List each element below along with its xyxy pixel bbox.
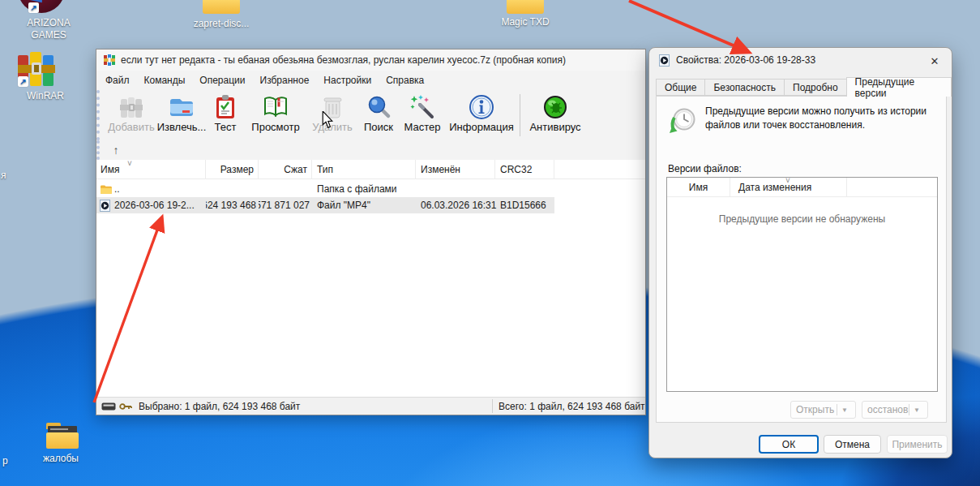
previous-versions-tabpage: Предыдущие версии можно получить из исто… — [656, 96, 947, 423]
desktop-icon-zapret-disc[interactable]: zapret-disc... — [185, 0, 258, 30]
winrar-statusbar: Выбрано: 1 файл, 624 193 468 байт Всего:… — [96, 397, 645, 415]
test-clipboard-icon — [212, 94, 238, 120]
extract-folder-icon — [169, 94, 195, 120]
file-type: Файл "MP4" — [317, 197, 414, 213]
previous-versions-info-text: Предыдущие версии можно получить из исто… — [705, 105, 940, 132]
desktop-icon-winrar[interactable]: ↗ WinRAR — [8, 52, 83, 102]
toolbar-antivirus-button[interactable]: Антивирус — [524, 92, 587, 133]
tab-previous-versions[interactable]: Предыдущие версии — [846, 77, 952, 97]
toolbar-info-button[interactable]: Информация — [445, 92, 518, 133]
column-header-modified[interactable]: Изменён — [416, 160, 495, 179]
info-icon — [469, 94, 494, 120]
key-icon — [119, 402, 132, 411]
toolbar-wizard-button[interactable]: Мастер — [400, 92, 445, 133]
dialog-titlebar[interactable]: Свойства: 2026-03-06 19-28-33 — [649, 48, 952, 72]
chevron-down-icon[interactable]: ▼ — [909, 406, 924, 414]
file-versions-label: Версии файлов: — [668, 163, 742, 174]
dialog-title-text: Свойства: 2026-03-06 19-28-33 — [676, 54, 815, 66]
view-book-icon — [263, 94, 289, 120]
winrar-toolbar: Добавить Извлечь... Тест — [96, 90, 645, 140]
arrow-to-dialog-title — [629, 1, 747, 51]
desktop-icon-magic-txd[interactable]: Magic TXD — [488, 0, 563, 28]
toolbar-delete-button[interactable]: Удалить — [307, 92, 357, 133]
chevron-down-icon[interactable]: ▼ — [837, 406, 852, 414]
column-header-type[interactable]: Тип — [312, 160, 416, 179]
arizona-games-icon — [18, 0, 65, 13]
tab-security[interactable]: Безопасность — [704, 79, 784, 96]
desktop-icon-arizona-games[interactable]: ↗ ARIZONA GAMES — [8, 0, 89, 41]
desktop-icon-label: жалобы — [24, 453, 97, 465]
menu-operations[interactable]: Операции — [192, 72, 252, 88]
folder-with-documents-icon — [46, 423, 79, 449]
toolbar-search-button[interactable]: Поиск — [357, 92, 400, 133]
sort-chevron-icon: ˅ — [785, 176, 790, 185]
ok-button[interactable]: ОК — [759, 435, 819, 454]
status-selected-text: Выбрано: 1 файл, 624 193 468 байт — [139, 401, 300, 412]
column-header-name[interactable]: Имя˅ — [96, 160, 206, 179]
file-versions-listbox[interactable]: Имя Дата изменения ˅ Предыдущие версии н… — [666, 177, 938, 392]
versions-column-name[interactable]: Имя — [667, 178, 730, 197]
apply-button[interactable]: Применить — [887, 435, 948, 454]
file-type: Папка с файлами — [317, 181, 414, 197]
toolbar-add-button[interactable]: Добавить — [106, 92, 156, 133]
close-icon[interactable]: ✕ — [922, 51, 947, 71]
dialog-button-row: ОК Отмена Применить — [649, 435, 952, 454]
delete-trash-icon — [319, 94, 345, 120]
desktop: ↗ ARIZONA GAMES ↗ WinRAR zapret-disc... … — [0, 0, 980, 486]
mp4-file-icon — [659, 54, 670, 67]
clipped-icon-label: p — [2, 455, 8, 467]
column-header-size[interactable]: Размер — [206, 160, 259, 179]
antivirus-icon — [542, 94, 568, 120]
up-directory-button[interactable]: ↑ — [106, 142, 126, 158]
status-total-text: Всего: 1 файл, 624 193 468 байт — [499, 401, 645, 412]
wizard-wand-icon — [409, 94, 435, 120]
desktop-icon-label: Magic TXD — [488, 16, 563, 28]
winrar-window: если тут нет редакта - ты ебаная обезьян… — [96, 49, 646, 415]
search-icon — [366, 94, 392, 120]
folder-icon — [203, 0, 240, 14]
menu-settings[interactable]: Настройки — [316, 72, 379, 88]
toolbar-extract-button[interactable]: Извлечь... — [156, 92, 207, 133]
file-name: .. — [114, 181, 203, 197]
disk-icon — [101, 402, 116, 411]
shortcut-arrow-icon: ↗ — [18, 76, 28, 87]
clipped-icon-label: я — [1, 170, 6, 181]
menu-favorites[interactable]: Избранное — [253, 72, 317, 88]
winrar-title-text: если тут нет редакта - ты ебаная обезьян… — [121, 54, 566, 66]
winrar-app-icon — [103, 54, 116, 67]
tab-general[interactable]: Общие — [656, 79, 704, 96]
toolbar-view-button[interactable]: Просмотр — [244, 92, 307, 133]
restore-split-button[interactable]: осстанови ▼ — [862, 401, 928, 419]
no-previous-versions-text: Предыдущие версии не обнаружены — [667, 213, 937, 225]
desktop-icon-zhaloby[interactable]: жалобы — [24, 423, 97, 465]
file-size: 624 193 468 — [206, 197, 256, 213]
file-modified: 06.03.2026 16:31 — [421, 197, 498, 213]
desktop-icon-label: ARIZONA GAMES — [8, 17, 89, 41]
status-divider — [492, 399, 493, 413]
tab-details[interactable]: Подробно — [784, 79, 846, 96]
column-header-packed[interactable]: Сжат — [259, 160, 312, 179]
menu-file[interactable]: Файл — [98, 72, 137, 88]
file-row-parent[interactable]: .. Папка с файлами — [96, 181, 645, 197]
toolbar-separator — [520, 94, 520, 136]
folder-icon — [507, 0, 544, 14]
toolbar-test-button[interactable]: Тест — [207, 92, 244, 133]
file-packed: 571 871 027 — [259, 197, 310, 213]
desktop-icon-label: WinRAR — [8, 90, 83, 102]
cancel-button[interactable]: Отмена — [824, 435, 881, 454]
menu-help[interactable]: Справка — [379, 72, 431, 88]
menu-commands[interactable]: Команды — [137, 72, 193, 88]
folder-icon — [100, 184, 112, 195]
open-split-button[interactable]: Открыть ▼ — [790, 401, 856, 419]
column-header-crc32[interactable]: CRC32 — [495, 160, 554, 179]
sort-chevron-icon: ˅ — [127, 159, 132, 168]
file-name: 2026-03-06 19-2... — [114, 197, 205, 213]
versions-column-date[interactable]: Дата изменения ˅ — [730, 178, 847, 197]
previous-versions-clock-icon — [668, 106, 697, 135]
winrar-titlebar[interactable]: если тут нет редакта - ты ебаная обезьян… — [96, 49, 645, 71]
properties-dialog: Свойства: 2026-03-06 19-28-33 ✕ Общие Бе… — [648, 47, 952, 458]
file-row-mp4[interactable]: 2026-03-06 19-2... 624 193 468 571 871 0… — [96, 197, 645, 213]
file-crc32: B1D15666 — [500, 197, 553, 213]
shortcut-arrow-icon: ↗ — [28, 2, 39, 13]
dialog-tabs: Общие Безопасность Подробно Предыдущие в… — [656, 77, 952, 96]
